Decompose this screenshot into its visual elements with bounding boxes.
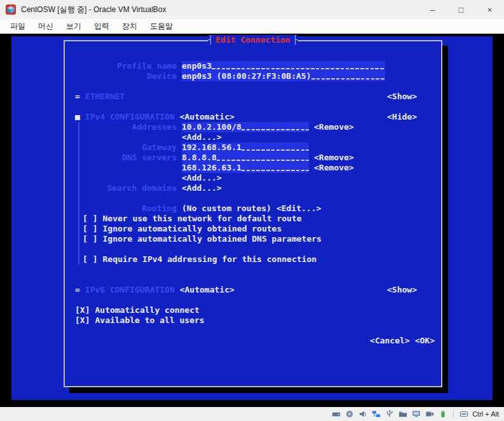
ethernet-show-button[interactable]: <Show> [387,92,417,102]
address-add-button[interactable]: <Add...> [182,132,222,142]
dns-row-1: DNS servers 8.8.8.8 <Remove> [65,153,441,163]
routing-label: Routing [75,204,177,214]
checkbox-label: Automatically connect [95,305,199,315]
dns-remove-button-2[interactable]: <Remove> [314,163,354,173]
host-key-icon [459,409,469,419]
ipv6-marker: = [75,285,80,295]
checkbox-label: Ignore automatically obtained DNS parame… [102,234,321,244]
dns-remove-button-1[interactable]: <Remove> [314,153,354,163]
close-button[interactable]: × [475,0,504,19]
dns-add-row: <Add...> [65,173,441,183]
audio-icon[interactable] [358,409,368,419]
mouse-icon[interactable] [438,409,448,419]
dialog-body: Profile name enp0s3 Device enp0s3 (08:00… [65,41,441,386]
display-icon[interactable] [411,409,421,419]
ethernet-section-row: = ETHERNET <Show> [65,92,441,102]
virtualbox-window: { "colors": { "terminal_blue": "#1222c2"… [0,0,504,421]
input-filler [242,163,309,173]
ipv6-mode-dropdown[interactable]: <Automatic> [180,285,235,295]
routing-edit-button[interactable]: <Edit...> [276,204,321,214]
input-filler [212,61,385,71]
checkbox-available-all-users[interactable]: [X] Available to all users [65,315,441,326]
menu-input[interactable]: 입력 [88,20,116,33]
ipv6-section-row: = IPv6 CONFIGURATION <Automatic> <Show> [65,285,441,295]
ok-button[interactable]: <OK> [415,336,435,346]
gateway-input[interactable]: 192.168.56.1 [182,142,309,153]
harddisk-icon[interactable] [331,409,341,419]
dns-input-1[interactable]: 8.8.8.8 [182,153,309,163]
menu-machine[interactable]: 머신 [32,20,60,33]
statusbar: Ctrl + Alt [0,407,504,421]
addresses-row: Addresses 10.0.2.100/8 <Remove> [65,122,441,132]
usb-icon[interactable] [385,409,395,419]
ipv6-show-button[interactable]: <Show> [387,285,417,295]
checkbox-ignore-routes[interactable]: [ ] Ignore automatically obtained routes [65,224,441,234]
checkbox-state: [ ] [83,254,97,265]
maximize-button[interactable]: □ [447,0,475,19]
checkbox-label: Never use this network for default route [102,214,301,224]
dns-row-2: 168.126.63.1 <Remove> [65,163,441,173]
checkbox-state: [X] [75,305,90,315]
shared-folder-icon[interactable] [398,409,408,419]
checkbox-automatically-connect[interactable]: [X] Automatically connect [65,305,441,315]
routing-row: Routing (No custom routes) <Edit...> [65,204,441,214]
ethernet-section-label: ETHERNET [85,92,125,102]
address-add-row: <Add...> [65,132,441,142]
ipv6-section-label: IPv6 CONFIGURATION [85,285,175,295]
window-title: CentOSW [실행 중] - Oracle VM VirtualBox [21,4,418,15]
host-key-label: Ctrl + Alt [472,410,499,418]
menu-help[interactable]: 도움말 [144,20,179,33]
search-domains-add-button[interactable]: <Add...> [182,183,222,193]
address-input[interactable]: 10.0.2.100/8 [182,122,309,132]
dns-label: DNS servers [75,153,177,163]
profile-name-input[interactable]: enp0s3 [182,61,385,71]
checkbox-require-ipv4[interactable]: [ ] Require IPv4 addressing for this con… [65,254,441,265]
ipv4-section-label: IPv4 CONFIGURATION [85,112,175,122]
minimize-button[interactable]: – [418,0,447,19]
ipv4-hide-button[interactable]: <Hide> [387,112,417,122]
menu-file[interactable]: 파일 [4,20,32,33]
checkbox-state: [ ] [83,234,97,244]
checkbox-label: Require IPv4 addressing for this connect… [102,254,317,265]
vm-screen: ┤Edit Connection├ Profile name enp0s3 De… [0,34,504,407]
input-filler [242,122,309,132]
dns-add-button[interactable]: <Add...> [182,173,222,183]
profile-name-label: Profile name [75,61,177,71]
recording-icon[interactable] [425,409,435,419]
address-remove-button[interactable]: <Remove> [314,122,354,132]
checkbox-label: Available to all users [95,315,204,326]
addresses-label: Addresses [75,122,177,132]
search-domains-row: Search domains <Add...> [65,183,441,193]
virtualbox-app-icon [5,4,17,15]
optical-disc-icon[interactable] [344,409,355,419]
edit-connection-dialog: ┤Edit Connection├ Profile name enp0s3 De… [64,40,442,387]
profile-name-row: Profile name enp0s3 [65,61,441,71]
menubar: 파일 머신 보기 입력 장치 도움말 [0,19,504,34]
menu-view[interactable]: 보기 [60,20,88,33]
cancel-button[interactable]: <Cancel> [370,336,410,346]
device-label: Device [75,71,177,81]
checkbox-state: [ ] [83,224,97,234]
ipv4-mode-dropdown[interactable]: <Automatic> [180,112,235,122]
gateway-label: Gateway [75,142,177,153]
statusbar-separator [453,410,454,418]
checkbox-state: [ ] [83,214,97,224]
network-icon[interactable] [371,409,381,419]
device-row: Device enp0s3 (08:00:27:F3:0B:A5) [65,71,441,81]
dns-input-2[interactable]: 168.126.63.1 [182,163,309,173]
gateway-row: Gateway 192.168.56.1 [65,142,441,153]
checkbox-never-default-route[interactable]: [ ] Never use this network for default r… [65,214,441,224]
ipv4-marker: ■ [75,112,80,122]
checkbox-ignore-dns[interactable]: [ ] Ignore automatically obtained DNS pa… [65,234,441,244]
dialog-buttons-row: <Cancel> <OK> [65,336,441,346]
checkbox-label: Ignore automatically obtained routes [102,224,282,234]
routing-value: (No custom routes) [182,204,271,214]
input-filler [217,153,309,163]
input-filler [311,71,386,81]
terminal-background: ┤Edit Connection├ Profile name enp0s3 De… [11,36,493,400]
input-filler [242,142,309,153]
ipv4-section-row: ■ IPv4 CONFIGURATION <Automatic> <Hide> [65,112,441,122]
menu-devices[interactable]: 장치 [116,20,144,33]
search-domains-label: Search domains [75,183,177,193]
device-input[interactable]: enp0s3 (08:00:27:F3:0B:A5) [182,71,385,81]
